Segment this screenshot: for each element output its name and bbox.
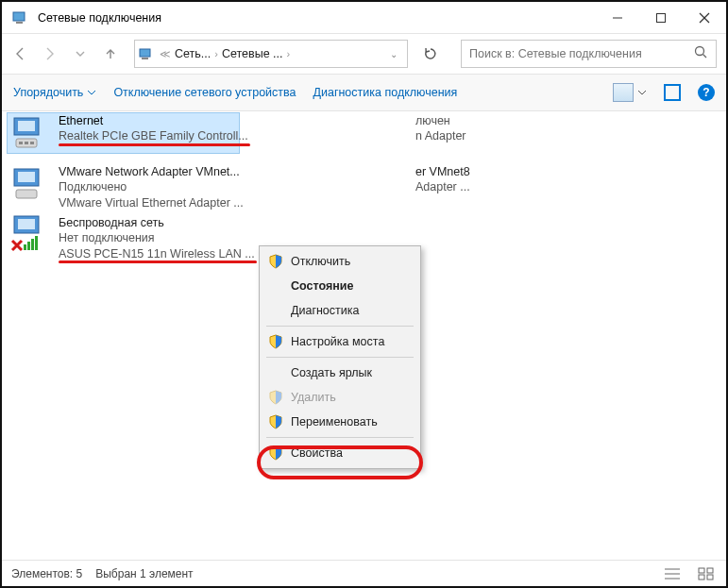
svg-rect-24 — [35, 236, 38, 250]
svg-rect-15 — [30, 142, 34, 144]
app-icon — [11, 8, 30, 27]
svg-rect-13 — [19, 142, 23, 144]
breadcrumb-part[interactable]: Сеть... — [175, 47, 211, 60]
item-device: VMware Virtual Ethernet Adapter ... — [59, 195, 244, 210]
location-icon — [139, 46, 156, 61]
cm-diagnostics[interactable]: Диагностика — [262, 298, 417, 323]
window-title: Сетевые подключения — [38, 11, 161, 25]
svg-rect-30 — [699, 575, 704, 580]
shield-icon — [268, 334, 283, 349]
item-device: Realtek PCIe GBE Family Controll... — [59, 128, 248, 143]
refresh-button[interactable] — [414, 40, 448, 68]
shield-icon — [268, 414, 283, 429]
cm-delete: Удалить — [262, 385, 417, 410]
item-device: ASUS PCE-N15 11n Wireless LAN ... — [59, 246, 255, 261]
svg-rect-20 — [18, 219, 35, 229]
cm-properties[interactable]: Свойства — [262, 441, 417, 465]
help-icon[interactable]: ? — [698, 84, 715, 101]
chevron-down-icon — [87, 88, 96, 97]
cm-status[interactable]: Состояние — [262, 274, 417, 298]
address-bar-row: ≪ Сеть... › Сетевые ... › ⌄ — [2, 34, 726, 74]
organize-menu[interactable]: Упорядочить — [13, 86, 96, 99]
svg-rect-0 — [13, 12, 25, 21]
shield-icon — [268, 254, 283, 269]
maximize-button[interactable] — [639, 2, 683, 34]
connection-item-partial[interactable]: лючен n Adapter — [415, 113, 647, 144]
svg-rect-29 — [707, 568, 713, 573]
cm-disconnect[interactable]: Отключить — [262, 249, 417, 274]
preview-pane-icon[interactable] — [664, 84, 681, 101]
minimize-button[interactable] — [596, 2, 639, 34]
context-menu: Отключить Состояние Диагностика Настройк… — [259, 245, 421, 469]
item-status: лючен — [415, 113, 466, 128]
svg-rect-18 — [16, 190, 37, 198]
svg-rect-1 — [16, 22, 23, 24]
svg-rect-23 — [31, 239, 34, 250]
connection-item-vmnet8[interactable]: er VMnet8 Adapter ... — [415, 164, 647, 195]
cm-shortcut[interactable]: Создать ярлык — [262, 361, 417, 385]
svg-rect-7 — [142, 58, 148, 59]
item-device: n Adapter — [415, 128, 466, 143]
up-button[interactable] — [102, 45, 119, 62]
status-selected: Выбран 1 элемент — [95, 567, 193, 580]
chevron-icon: ≪ — [158, 48, 173, 60]
svg-rect-21 — [24, 244, 26, 250]
view-options[interactable] — [613, 83, 647, 102]
details-view-icon[interactable] — [662, 565, 683, 582]
search-icon[interactable] — [693, 44, 708, 63]
adapter-icon — [8, 164, 51, 204]
content-area: Ethernet Realtek PCIe GBE Family Control… — [2, 111, 726, 560]
shield-icon — [268, 390, 283, 405]
item-status: Подключено — [59, 179, 244, 194]
cm-bridge[interactable]: Настройка моста — [262, 329, 417, 354]
svg-line-5 — [700, 13, 709, 23]
address-box[interactable]: ≪ Сеть... › Сетевые ... › ⌄ — [134, 40, 408, 68]
item-name: Ethernet — [59, 113, 248, 128]
chevron-right-icon: › — [284, 48, 292, 59]
menu-separator — [266, 326, 414, 327]
svg-rect-14 — [25, 142, 28, 144]
disable-device-button[interactable]: Отключение сетевого устройства — [113, 86, 296, 99]
item-name: VMware Network Adapter VMnet... — [59, 164, 244, 179]
shield-icon — [268, 445, 283, 461]
breadcrumb-part[interactable]: Сетевые ... — [222, 47, 283, 60]
nav-arrows — [11, 45, 119, 62]
wireless-icon — [8, 215, 51, 255]
item-name: Беспроводная сеть — [59, 215, 255, 230]
connection-item-vmnet1[interactable]: VMware Network Adapter VMnet... Подключе… — [8, 164, 239, 210]
diagnose-button[interactable]: Диагностика подключения — [313, 86, 458, 99]
svg-rect-28 — [699, 568, 704, 573]
connection-item-ethernet[interactable]: Ethernet Realtek PCIe GBE Family Control… — [8, 113, 239, 153]
cm-rename[interactable]: Переименовать — [262, 410, 417, 434]
toolbar: Упорядочить Отключение сетевого устройст… — [2, 74, 726, 111]
window: Сетевые подключения ≪ Сеть... › Сетевые … — [0, 0, 728, 588]
menu-separator — [266, 437, 414, 438]
close-button[interactable] — [683, 2, 726, 34]
search-box[interactable] — [461, 40, 717, 68]
forward-button[interactable] — [42, 45, 59, 62]
window-controls — [596, 2, 726, 34]
svg-rect-11 — [18, 121, 35, 131]
svg-line-9 — [703, 55, 707, 59]
recent-dropdown[interactable] — [72, 45, 89, 62]
item-name: er VMnet8 — [415, 164, 470, 179]
svg-rect-3 — [657, 13, 666, 22]
titlebar: Сетевые подключения — [2, 2, 726, 34]
chevron-down-icon — [637, 88, 647, 97]
back-button[interactable] — [11, 45, 28, 62]
chevron-right-icon: › — [212, 48, 220, 59]
svg-line-4 — [700, 13, 709, 23]
status-count: Элементов: 5 — [11, 567, 82, 580]
address-dropdown-icon[interactable]: ⌄ — [390, 49, 403, 59]
svg-rect-17 — [18, 172, 35, 182]
menu-separator — [266, 357, 414, 358]
svg-rect-6 — [140, 49, 150, 57]
svg-point-8 — [696, 47, 704, 56]
connection-item-wireless[interactable]: Беспроводная сеть Нет подключения ASUS P… — [8, 215, 239, 261]
ethernet-icon — [8, 113, 51, 153]
status-bar: Элементов: 5 Выбран 1 элемент — [2, 560, 726, 586]
svg-rect-22 — [27, 242, 30, 250]
search-input[interactable] — [469, 47, 693, 60]
svg-rect-31 — [707, 575, 713, 580]
large-icons-view-icon[interactable] — [696, 565, 717, 582]
